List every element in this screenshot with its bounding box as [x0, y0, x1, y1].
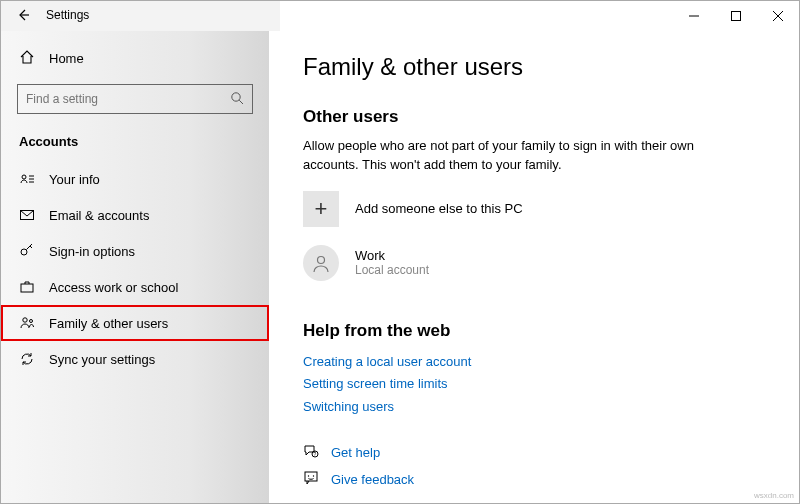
chat-help-icon: ?	[303, 443, 319, 462]
maximize-button[interactable]	[715, 1, 757, 31]
sync-icon	[19, 351, 35, 367]
window-title: Settings	[46, 8, 89, 22]
sidebar-item-label: Family & other users	[49, 316, 168, 331]
briefcase-icon	[19, 279, 35, 295]
sidebar-item-family-other-users[interactable]: Family & other users	[1, 305, 269, 341]
mail-icon	[19, 207, 35, 223]
add-user-button[interactable]: + Add someone else to this PC	[303, 191, 799, 227]
back-icon[interactable]	[16, 8, 30, 22]
sidebar-section-heading: Accounts	[1, 128, 269, 161]
page-title: Family & other users	[303, 53, 799, 81]
minimize-button[interactable]	[673, 1, 715, 31]
give-feedback-label: Give feedback	[331, 472, 414, 487]
key-icon	[19, 243, 35, 259]
svg-point-23	[313, 475, 314, 476]
get-help-label: Get help	[331, 445, 380, 460]
sidebar-item-sync-settings[interactable]: Sync your settings	[1, 341, 269, 377]
account-row[interactable]: Work Local account	[303, 245, 799, 281]
sidebar-nav: Your info Email & accounts Sign-in optio…	[1, 161, 269, 377]
sidebar-item-label: Your info	[49, 172, 100, 187]
help-link-screen-time[interactable]: Setting screen time limits	[303, 373, 799, 396]
home-icon	[19, 49, 35, 68]
svg-point-16	[23, 318, 27, 322]
person-card-icon	[19, 171, 35, 187]
settings-window: Settings Home	[0, 0, 800, 504]
sidebar-item-label: Sign-in options	[49, 244, 135, 259]
svg-point-18	[318, 256, 325, 263]
svg-point-7	[22, 175, 26, 179]
help-link-switching-users[interactable]: Switching users	[303, 396, 799, 419]
other-users-heading: Other users	[303, 107, 799, 127]
search-input[interactable]	[26, 92, 230, 106]
svg-point-17	[30, 320, 33, 323]
svg-text:?: ?	[314, 451, 317, 457]
sidebar-item-signin-options[interactable]: Sign-in options	[1, 233, 269, 269]
feedback-icon	[303, 470, 319, 489]
titlebar: Settings	[1, 1, 799, 31]
sidebar-item-email-accounts[interactable]: Email & accounts	[1, 197, 269, 233]
svg-point-5	[232, 92, 240, 100]
add-user-label: Add someone else to this PC	[355, 201, 523, 216]
sidebar-item-your-info[interactable]: Your info	[1, 161, 269, 197]
avatar-icon	[303, 245, 339, 281]
content-pane: Family & other users Other users Allow p…	[269, 31, 799, 503]
account-type: Local account	[355, 263, 429, 277]
search-icon	[230, 91, 244, 108]
sidebar-item-access-work-school[interactable]: Access work or school	[1, 269, 269, 305]
sidebar: Home Accounts Your info	[1, 31, 269, 503]
svg-line-14	[30, 246, 32, 248]
search-field[interactable]	[17, 84, 253, 114]
home-nav[interactable]: Home	[1, 43, 269, 74]
other-users-description: Allow people who are not part of your fa…	[303, 137, 723, 175]
svg-line-6	[239, 100, 243, 104]
sidebar-item-label: Sync your settings	[49, 352, 155, 367]
watermark: wsxdn.com	[754, 491, 794, 500]
help-link-create-local-user[interactable]: Creating a local user account	[303, 351, 799, 374]
svg-rect-15	[21, 284, 33, 292]
give-feedback-link[interactable]: Give feedback	[303, 470, 799, 489]
svg-rect-2	[732, 12, 741, 21]
help-heading: Help from the web	[303, 321, 799, 341]
sidebar-item-label: Access work or school	[49, 280, 178, 295]
people-icon	[19, 315, 35, 331]
sidebar-item-label: Email & accounts	[49, 208, 149, 223]
home-label: Home	[49, 51, 84, 66]
get-help-link[interactable]: ? Get help	[303, 443, 799, 462]
account-name: Work	[355, 248, 429, 263]
close-button[interactable]	[757, 1, 799, 31]
svg-point-22	[308, 475, 309, 476]
plus-icon: +	[303, 191, 339, 227]
svg-point-12	[21, 249, 27, 255]
